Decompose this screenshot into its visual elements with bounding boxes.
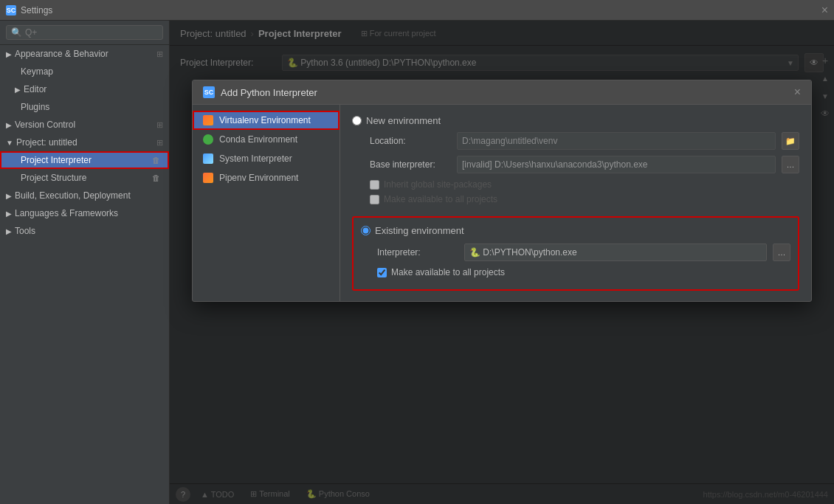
sidebar-item-appearance[interactable]: ▶ Appearance & Behavior ⊞ <box>0 45 169 63</box>
existing-interpreter-row: Interpreter: 🐍 D:\PYTHON\python.exe … <box>361 244 790 261</box>
vcs-icon: ⊞ <box>156 120 163 130</box>
delete-icon: 🗑 <box>152 173 160 182</box>
window-close-button[interactable]: × <box>821 4 828 17</box>
sidebar-item-project-interpreter[interactable]: Project Interpreter 🗑 <box>0 151 169 169</box>
arrow-icon: ▶ <box>6 50 12 58</box>
title-bar: SC Settings × <box>0 0 834 21</box>
sidebar-item-tools[interactable]: ▶ Tools <box>0 222 169 240</box>
arrow-icon: ▶ <box>6 192 12 200</box>
modal-nav: Virtualenv Environment Conda Environment… <box>193 105 340 301</box>
existing-interpreter-select-wrapper: 🐍 D:\PYTHON\python.exe <box>464 244 767 261</box>
modal-nav-label: System Interpreter <box>219 153 292 164</box>
sidebar-icon: ⊞ <box>156 49 163 59</box>
modal-icon: SC <box>203 86 215 98</box>
base-interpreter-browse-button[interactable]: … <box>782 156 799 173</box>
search-icon: 🔍 <box>11 27 22 38</box>
sidebar-item-label: Editor <box>24 84 46 94</box>
sidebar-item-project[interactable]: ▼ Project: untitled ⊞ <box>0 134 169 151</box>
sidebar-search-inner: 🔍 <box>6 25 163 40</box>
new-env-radio-row: New environment <box>352 115 799 126</box>
add-interpreter-modal: SC Add Python Interpreter × Virtualenv E… <box>192 80 812 302</box>
base-interpreter-label: Base interpreter: <box>370 159 451 170</box>
sidebar-item-label: Build, Execution, Deployment <box>15 190 131 201</box>
sidebar-item-project-structure[interactable]: Project Structure 🗑 <box>0 169 169 187</box>
new-environment-radio[interactable] <box>352 116 362 125</box>
sidebar-item-label: Appearance & Behavior <box>15 49 108 59</box>
sidebar-item-version-control[interactable]: ▶ Version Control ⊞ <box>0 116 169 134</box>
make-available-existing-label: Make available to all projects <box>391 267 505 277</box>
sidebar-item-label: Languages & Frameworks <box>15 208 118 218</box>
sidebar-item-keymap[interactable]: Keymap <box>0 63 169 80</box>
modal-body: Virtualenv Environment Conda Environment… <box>193 105 811 301</box>
location-input[interactable] <box>457 132 776 150</box>
modal-close-button[interactable]: × <box>794 86 801 98</box>
inherit-checkbox[interactable] <box>370 180 379 190</box>
modal-nav-label: Conda Environment <box>219 134 297 145</box>
modal-right-content: New environment Location: 📁 Base interpr… <box>340 105 811 301</box>
sidebar-search-container: 🔍 <box>0 21 169 45</box>
virtualenv-icon <box>203 115 213 125</box>
sidebar: 🔍 ▶ Appearance & Behavior ⊞ Keymap ▶ Edi… <box>0 21 170 504</box>
sidebar-item-label: Project Interpreter <box>21 155 92 165</box>
modal-title: Add Python Interpreter <box>221 87 317 98</box>
location-browse-button[interactable]: 📁 <box>782 132 799 150</box>
sidebar-item-build[interactable]: ▶ Build, Execution, Deployment <box>0 187 169 204</box>
modal-nav-pipenv[interactable]: Pipenv Environment <box>193 168 340 187</box>
modal-header: SC Add Python Interpreter × <box>193 80 811 105</box>
location-label: Location: <box>370 136 451 146</box>
inherit-label: Inherit global site-packages <box>384 179 492 190</box>
make-available-existing-checkbox[interactable] <box>377 268 387 277</box>
arrow-icon: ▶ <box>6 227 12 235</box>
sidebar-item-label: Plugins <box>21 102 49 112</box>
project-icon: ⊞ <box>156 138 163 148</box>
location-row: Location: 📁 <box>352 132 799 150</box>
new-environment-label: New environment <box>366 115 441 126</box>
existing-interpreter-label: Interpreter: <box>377 247 458 258</box>
main-layout: 🔍 ▶ Appearance & Behavior ⊞ Keymap ▶ Edi… <box>0 21 834 504</box>
existing-environment-label: Existing environment <box>375 225 464 236</box>
base-interpreter-select[interactable]: [invalid] D:\Users\hanxu\anaconda3\pytho… <box>457 156 776 173</box>
sidebar-item-plugins[interactable]: Plugins <box>0 98 169 116</box>
window-title: Settings <box>21 5 52 15</box>
existing-environment-section: Existing environment Interpreter: 🐍 D:\P… <box>352 216 799 291</box>
sidebar-item-label: Tools <box>15 226 35 236</box>
arrow-icon: ▶ <box>15 86 21 94</box>
modal-nav-label: Virtualenv Environment <box>219 115 311 125</box>
base-interpreter-row: Base interpreter: [invalid] D:\Users\han… <box>352 156 799 173</box>
sidebar-item-editor[interactable]: ▶ Editor <box>0 80 169 98</box>
existing-environment-radio[interactable] <box>361 226 371 235</box>
modal-nav-conda[interactable]: Conda Environment <box>193 130 340 149</box>
make-available-new-label: Make available to all projects <box>384 194 497 204</box>
sidebar-item-label: Version Control <box>15 120 75 130</box>
inherit-checkbox-row: Inherit global site-packages <box>352 179 799 190</box>
existing-interpreter-select[interactable]: 🐍 D:\PYTHON\python.exe <box>464 244 767 261</box>
make-available-new-row: Make available to all projects <box>352 194 799 204</box>
arrow-icon: ▶ <box>6 121 12 129</box>
content-area: Project: untitled › Project Interpreter … <box>170 21 834 504</box>
pipenv-icon <box>203 173 213 183</box>
sidebar-item-label: Project Structure <box>21 173 86 183</box>
arrow-icon: ▼ <box>6 139 13 147</box>
system-icon <box>203 153 213 164</box>
arrow-icon: ▶ <box>6 210 12 218</box>
modal-nav-system[interactable]: System Interpreter <box>193 149 340 168</box>
existing-env-radio-row: Existing environment <box>361 225 790 236</box>
sidebar-item-languages[interactable]: ▶ Languages & Frameworks <box>0 204 169 222</box>
base-interpreter-select-wrapper: [invalid] D:\Users\hanxu\anaconda3\pytho… <box>457 156 776 173</box>
modal-nav-virtualenv[interactable]: Virtualenv Environment <box>193 111 340 130</box>
delete-icon: 🗑 <box>152 156 160 165</box>
modal-nav-label: Pipenv Environment <box>219 173 298 183</box>
sidebar-search-input[interactable] <box>25 27 158 38</box>
app-icon: SC <box>6 5 16 15</box>
make-available-new-checkbox[interactable] <box>370 195 379 204</box>
conda-icon <box>203 134 213 145</box>
sidebar-item-label: Keymap <box>21 66 53 77</box>
title-bar-left: SC Settings <box>6 5 52 15</box>
existing-interpreter-browse-button[interactable]: … <box>773 244 790 261</box>
make-available-existing-row: Make available to all projects <box>361 267 790 277</box>
modal-header-left: SC Add Python Interpreter <box>203 86 317 98</box>
new-environment-section: New environment Location: 📁 Base interpr… <box>352 115 799 204</box>
modal-overlay: SC Add Python Interpreter × Virtualenv E… <box>170 21 834 504</box>
sidebar-item-label: Project: untitled <box>16 137 77 148</box>
